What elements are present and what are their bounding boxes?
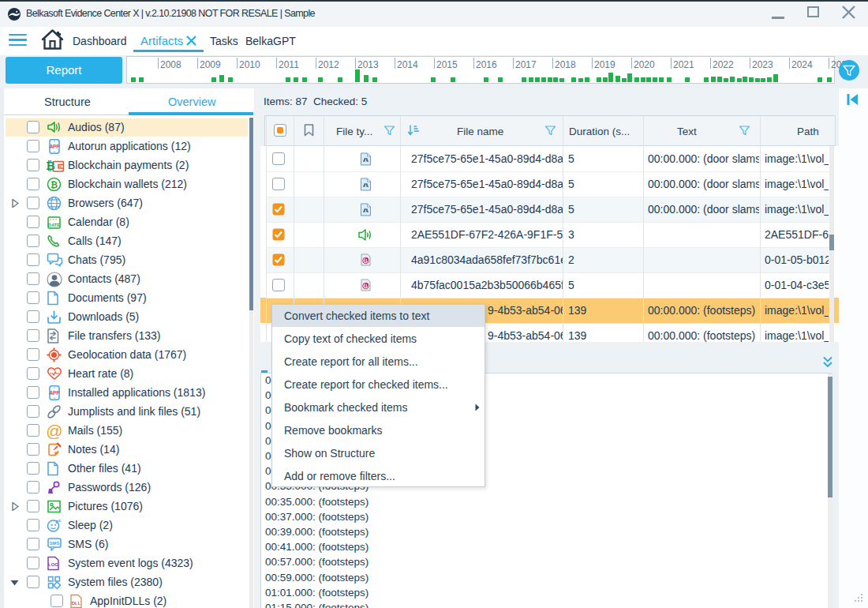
svg-text:₿: ₿ xyxy=(51,180,58,190)
svg-text:APP: APP xyxy=(50,390,61,396)
svg-text:APP: APP xyxy=(50,144,61,149)
svg-text:z: z xyxy=(58,518,61,523)
svg-text:₿: ₿ xyxy=(47,160,55,172)
svg-text:@: @ xyxy=(47,423,62,439)
svg-text:LOG: LOG xyxy=(48,562,58,567)
svg-text:DATE: DATE xyxy=(48,223,60,227)
svg-text:DLL: DLL xyxy=(72,601,81,606)
svg-text:SMS: SMS xyxy=(50,541,60,546)
